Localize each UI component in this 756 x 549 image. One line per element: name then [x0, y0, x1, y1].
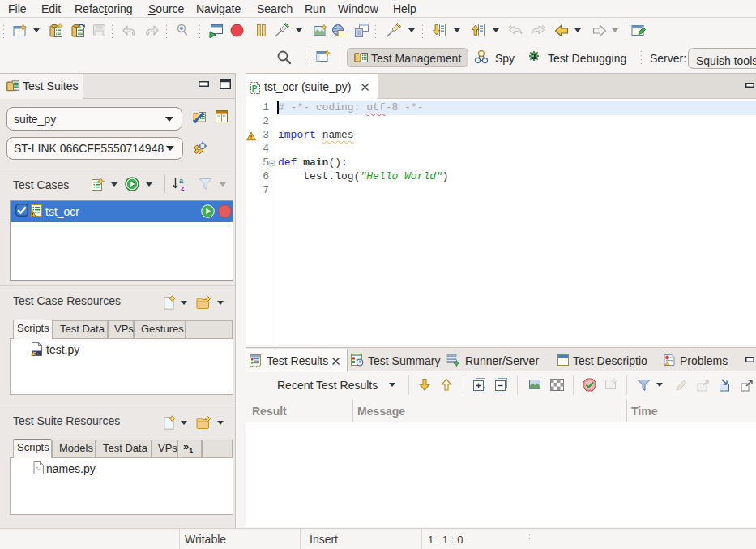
- svg-text:z: z: [181, 184, 185, 191]
- svg-text:P: P: [252, 84, 258, 93]
